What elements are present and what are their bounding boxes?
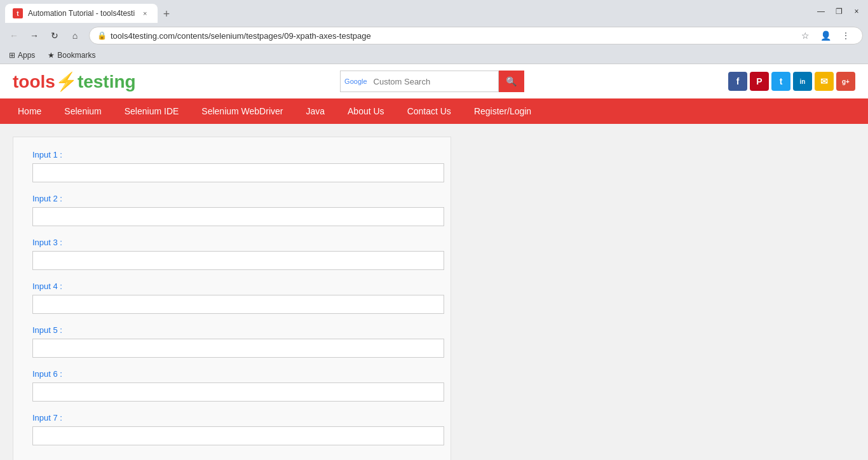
tab-title: Automation Tutorial - tools4testi — [28, 9, 135, 18]
search-input[interactable] — [371, 71, 498, 91]
google-plus-icon[interactable]: g+ — [836, 72, 855, 91]
email-icon[interactable]: ✉ — [815, 72, 834, 91]
nav-contact-us[interactable]: Contact Us — [396, 98, 463, 124]
input4-label: Input 4 : — [32, 281, 431, 291]
form-group-4: Input 4 : — [32, 281, 431, 314]
twitter-icon[interactable]: t — [771, 72, 790, 91]
input-7[interactable] — [32, 426, 444, 445]
input3-label: Input 3 : — [32, 238, 431, 247]
new-tab-button[interactable]: + — [158, 5, 175, 23]
nav-java[interactable]: Java — [294, 98, 336, 124]
input5-label: Input 5 : — [32, 325, 431, 335]
input2-label: Input 2 : — [32, 194, 431, 203]
minimize-button[interactable]: — — [815, 5, 827, 18]
nav-about-us[interactable]: About Us — [336, 98, 396, 124]
nav-register-login[interactable]: Register/Login — [463, 98, 543, 124]
close-button[interactable]: × — [850, 5, 863, 18]
form-group-1: Input 1 : — [32, 150, 431, 182]
input6-label: Input 6 : — [32, 369, 431, 379]
nav-selenium[interactable]: Selenium — [53, 98, 112, 124]
apps-label: Apps — [18, 51, 35, 60]
home-button[interactable]: ⌂ — [66, 27, 84, 44]
input-2[interactable] — [32, 207, 444, 226]
linkedin-icon[interactable]: in — [793, 72, 812, 91]
input-4[interactable] — [32, 295, 444, 314]
input-6[interactable] — [32, 382, 444, 402]
forward-button[interactable]: → — [25, 27, 43, 44]
form-group-3: Input 3 : — [32, 238, 431, 270]
nav-home[interactable]: Home — [6, 98, 53, 124]
input1-label: Input 1 : — [32, 150, 431, 159]
browser-tab[interactable]: t Automation Tutorial - tools4testi × — [5, 4, 158, 23]
apps-bookmark[interactable]: ⊞ Apps — [5, 50, 39, 61]
url-bar[interactable]: 🔒 tools4testing.com/contents/selenium/te… — [89, 27, 863, 44]
form-group-6: Input 6 : — [32, 369, 431, 402]
search-button[interactable]: 🔍 — [499, 71, 524, 92]
input-1[interactable] — [32, 163, 444, 182]
nav-selenium-webdriver[interactable]: Selenium WebDriver — [190, 98, 294, 124]
logo-tools: tools — [13, 72, 55, 91]
website-content: tools⚡testing Google 🔍 f P t in ✉ g+ — [0, 64, 868, 460]
google-label: Google — [341, 78, 370, 85]
form-group-5: Input 5 : — [32, 325, 431, 358]
bookmarks-label: Bookmarks — [57, 51, 95, 60]
nav-selenium-ide[interactable]: Selenium IDE — [113, 98, 191, 124]
refresh-button[interactable]: ↻ — [46, 27, 64, 44]
social-icons: f P t in ✉ g+ — [728, 72, 855, 91]
logo-testing: testing — [78, 72, 136, 91]
menu-icon[interactable]: ⋮ — [837, 27, 855, 44]
star-icon: ★ — [48, 51, 55, 60]
bookmarks-bookmark[interactable]: ★ Bookmarks — [44, 50, 99, 61]
form-group-7: Input 7 : — [32, 413, 431, 445]
input7-label: Input 7 : — [32, 413, 431, 423]
site-header: tools⚡testing Google 🔍 f P t in ✉ g+ — [0, 64, 868, 98]
input-3[interactable] — [32, 251, 444, 270]
logo-bolt-icon: ⚡ — [55, 72, 78, 91]
back-button[interactable]: ← — [5, 27, 23, 44]
site-logo[interactable]: tools⚡testing — [13, 71, 136, 92]
tab-favicon: t — [13, 8, 23, 18]
url-text: tools4testing.com/contents/selenium/test… — [111, 31, 371, 41]
search-bar: Google 🔍 — [340, 71, 524, 92]
main-panel: Input 1 : Input 2 : Input 3 : Input 4 : — [13, 137, 451, 460]
bookmark-star-icon[interactable]: ☆ — [796, 27, 814, 44]
site-content: Input 1 : Input 2 : Input 3 : Input 4 : — [0, 124, 868, 460]
bookmarks-bar: ⊞ Apps ★ Bookmarks — [0, 48, 868, 64]
apps-grid-icon: ⊞ — [9, 51, 15, 60]
tab-close-button[interactable]: × — [140, 8, 150, 18]
form-group-2: Input 2 : — [32, 194, 431, 226]
search-icon: 🔍 — [506, 76, 517, 86]
pinterest-icon[interactable]: P — [750, 72, 769, 91]
lock-icon: 🔒 — [97, 31, 107, 40]
facebook-icon[interactable]: f — [728, 72, 747, 91]
input-5[interactable] — [32, 339, 444, 358]
site-nav: Home Selenium Selenium IDE Selenium WebD… — [0, 98, 868, 124]
account-icon[interactable]: 👤 — [817, 27, 834, 44]
maximize-button[interactable]: ❐ — [832, 5, 845, 18]
